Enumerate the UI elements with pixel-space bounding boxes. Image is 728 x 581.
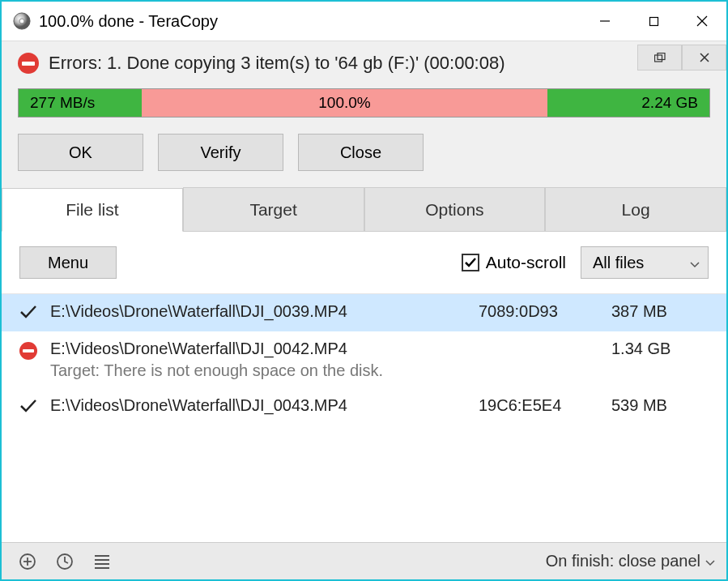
app-icon	[13, 12, 31, 30]
file-size: 539 MB	[611, 396, 709, 415]
progress-percent: 100.0%	[318, 94, 370, 112]
file-row[interactable]: E:\Videos\Drone\Waterfall\DJI_0039.MP470…	[2, 294, 726, 331]
on-finish-label: On finish: close panel	[546, 552, 700, 570]
ok-button[interactable]: OK	[18, 134, 143, 171]
file-size: 1.34 GB	[611, 340, 709, 358]
autoscroll-checkbox[interactable]: Auto-scroll	[462, 253, 566, 272]
tab-log[interactable]: Log	[545, 187, 726, 231]
minimize-button[interactable]	[581, 3, 629, 39]
window-controls	[581, 3, 726, 39]
file-path: E:\Videos\Drone\Waterfall\DJI_0042.MP4Ta…	[50, 340, 467, 380]
check-icon	[19, 396, 39, 417]
history-button[interactable]	[50, 547, 79, 576]
svg-rect-7	[658, 53, 665, 60]
progress-total: 2.24 GB	[641, 94, 698, 112]
verify-button[interactable]: Verify	[158, 134, 283, 171]
progress-bar: 277 MB/s 100.0% 2.24 GB	[18, 88, 710, 117]
menu-button[interactable]: Menu	[19, 246, 117, 279]
autoscroll-label: Auto-scroll	[486, 253, 566, 272]
filter-value: All files	[593, 254, 644, 272]
file-size: 387 MB	[611, 302, 709, 321]
status-panel: Errors: 1. Done copying 3 item(s) to '64…	[2, 41, 726, 187]
close-window-button[interactable]	[678, 3, 726, 39]
file-row[interactable]: E:\Videos\Drone\Waterfall\DJI_0043.MP419…	[2, 388, 726, 425]
error-icon	[19, 340, 39, 360]
filter-dropdown[interactable]: All files	[581, 246, 709, 279]
tab-options[interactable]: Options	[364, 187, 546, 231]
svg-rect-3	[649, 17, 658, 25]
panel-popout-button[interactable]	[637, 45, 682, 70]
on-finish-dropdown[interactable]: On finish: close panel	[546, 552, 715, 570]
error-icon	[18, 53, 39, 74]
file-crc: 7089:0D93	[479, 302, 600, 321]
status-text: Errors: 1. Done copying 3 item(s) to '64…	[49, 53, 637, 74]
close-button[interactable]: Close	[298, 134, 424, 171]
check-icon	[19, 302, 39, 323]
tab-file-list[interactable]: File list	[2, 188, 183, 232]
tab-bar: File list Target Options Log	[2, 187, 726, 232]
toolbar: Menu Auto-scroll All files	[2, 232, 726, 293]
file-row[interactable]: E:\Videos\Drone\Waterfall\DJI_0042.MP4Ta…	[2, 331, 726, 388]
file-error-text: Target: There is not enough space on the…	[50, 361, 467, 380]
add-button[interactable]	[13, 547, 42, 576]
chevron-down-icon	[705, 552, 715, 570]
progress-speed: 277 MB/s	[30, 94, 95, 112]
file-path: E:\Videos\Drone\Waterfall\DJI_0039.MP4	[50, 302, 467, 321]
svg-point-1	[19, 19, 24, 23]
file-crc: 19C6:E5E4	[479, 396, 600, 415]
panel-close-button[interactable]	[682, 45, 726, 70]
titlebar: 100.0% done - TeraCopy	[2, 2, 726, 41]
maximize-button[interactable]	[629, 3, 678, 39]
chevron-down-icon	[690, 254, 700, 272]
window-title: 100.0% done - TeraCopy	[39, 12, 581, 31]
file-list: E:\Videos\Drone\Waterfall\DJI_0039.MP470…	[2, 293, 726, 542]
bottom-bar: On finish: close panel	[2, 542, 726, 579]
file-path: E:\Videos\Drone\Waterfall\DJI_0043.MP4	[50, 396, 467, 415]
list-button[interactable]	[87, 547, 117, 576]
svg-rect-6	[654, 55, 662, 62]
tab-target[interactable]: Target	[183, 187, 364, 231]
